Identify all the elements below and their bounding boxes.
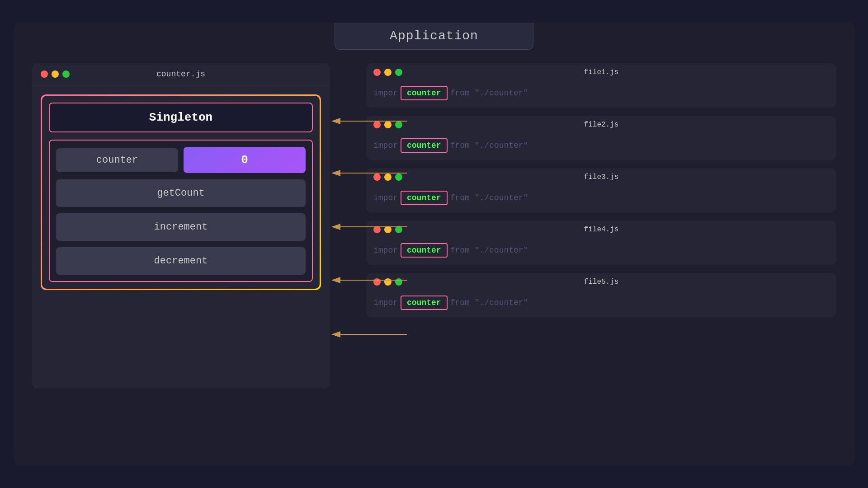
file3-counter-badge: counter [401,191,448,205]
file5-tl-red [373,278,381,286]
file3-tl-green [395,174,402,181]
counter-label: counter [56,148,178,172]
file5-counter-badge: counter [401,296,448,310]
right-section: file1.js impor counter from "./counter" … [366,63,836,317]
file4-name: file4.js [584,225,619,234]
counter-value: 0 [184,147,306,173]
file3-tl-yellow [384,174,392,181]
singleton-header: Singleton [49,103,313,132]
file4-import: impor [373,246,398,255]
file4-panel: file4.js impor counter from "./counter" [366,221,836,265]
file1-traffic-lights [373,69,402,76]
file2-tl-green [395,121,402,128]
singleton-outer: Singleton counter 0 getCount increment [41,94,321,290]
left-window-titlebar: counter.js [32,63,330,85]
file3-panel: file3.js impor counter from "./counter" [366,168,836,212]
app-container: Application counter.js Singleton [14,23,854,465]
file4-tl-yellow [384,226,392,233]
file5-titlebar: file5.js [366,273,836,291]
traffic-lights [41,70,70,78]
file2-name: file2.js [584,121,619,129]
file1-from: from "./counter" [450,89,528,98]
file5-tl-green [395,278,402,286]
file4-traffic-lights [373,226,402,233]
left-filename: counter.js [156,70,205,79]
file4-content: impor counter from "./counter" [366,239,836,265]
file5-name: file5.js [584,278,619,286]
file2-import: impor [373,141,398,150]
file3-import: impor [373,193,398,202]
file1-titlebar: file1.js [366,63,836,81]
file4-titlebar: file4.js [366,221,836,239]
file5-tl-yellow [384,278,392,286]
file2-titlebar: file2.js [366,116,836,134]
file3-titlebar: file3.js [366,168,836,186]
file5-import: impor [373,298,398,307]
file3-traffic-lights [373,174,402,181]
file4-from: from "./counter" [450,246,528,255]
file2-content: impor counter from "./counter" [366,134,836,160]
file3-name: file3.js [584,173,619,181]
file2-counter-badge: counter [401,138,448,153]
main-content: counter.js Singleton counter 0 [32,63,836,447]
traffic-light-green [62,70,70,78]
file4-tl-green [395,226,402,233]
file2-from: from "./counter" [450,141,528,150]
file1-tl-green [395,69,402,76]
file1-tl-yellow [384,69,392,76]
file5-from: from "./counter" [450,298,528,307]
file2-traffic-lights [373,121,402,128]
file5-traffic-lights [373,278,402,286]
title-bar: Application [335,23,533,50]
file2-tl-red [373,121,381,128]
file3-content: impor counter from "./counter" [366,186,836,212]
left-panel: counter.js Singleton counter 0 [32,63,330,389]
file1-import: impor [373,89,398,98]
traffic-light-red [41,70,48,78]
file1-panel: file1.js impor counter from "./counter" [366,63,836,108]
decrement-method: decrement [56,247,306,275]
file2-panel: file2.js impor counter from "./counter" [366,116,836,160]
file5-content: impor counter from "./counter" [366,291,836,317]
inner-content-box: counter 0 getCount increment decrement [49,140,313,282]
file1-tl-red [373,69,381,76]
traffic-light-yellow [52,70,59,78]
increment-method: increment [56,213,306,241]
getcount-method: getCount [56,179,306,207]
file1-content: impor counter from "./counter" [366,81,836,108]
file5-panel: file5.js impor counter from "./counter" [366,273,836,317]
file4-counter-badge: counter [401,243,448,258]
app-title: Application [390,29,478,43]
file3-from: from "./counter" [450,193,528,202]
file3-tl-red [373,174,381,181]
file4-tl-red [373,226,381,233]
counter-row: counter 0 [56,147,306,173]
file2-tl-yellow [384,121,392,128]
singleton-inner: Singleton counter 0 getCount increment [42,96,320,289]
file1-name: file1.js [584,68,619,76]
file1-counter-badge: counter [401,86,448,100]
singleton-label: Singleton [149,111,212,124]
